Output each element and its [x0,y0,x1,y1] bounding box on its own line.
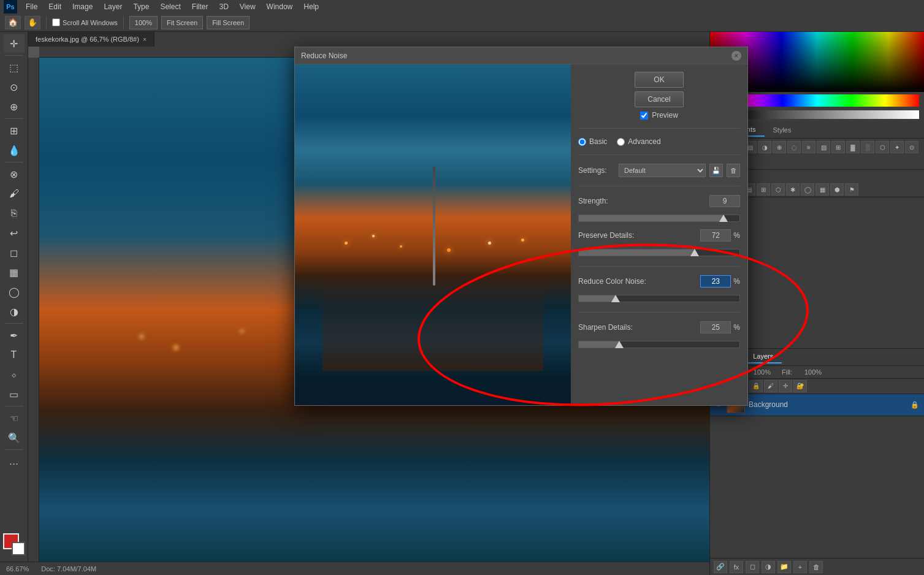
blur-tool[interactable]: ◯ [4,283,25,301]
extra-adj-9[interactable]: ⬢ [830,183,844,196]
basic-radio-label[interactable]: Basic [578,137,607,146]
vibrance-adj-btn[interactable]: ✦ [890,141,904,153]
healing-brush-tool[interactable]: ⊗ [4,165,25,183]
opacity-value: 100% [746,368,771,376]
extra-tool[interactable]: … [4,452,25,471]
home-icon-btn[interactable]: 🏠 [5,16,21,29]
menu-view[interactable]: View [235,1,261,12]
gradient-tool[interactable]: ▦ [4,263,25,281]
color-swatch-area[interactable] [3,533,25,555]
brush-tool[interactable]: 🖌 [4,185,25,203]
zoom-level-btn[interactable]: 100% [129,16,158,29]
preview-checkbox[interactable] [640,112,648,120]
ps-logo: Ps [4,0,17,13]
link-layers-btn[interactable]: 🔗 [714,561,727,573]
lock-all-btn[interactable]: 🔐 [793,380,807,392]
scroll-all-windows-input[interactable] [52,18,60,26]
settings-save-btn[interactable]: 💾 [709,164,723,177]
menu-help[interactable]: Help [299,1,324,12]
basic-radio[interactable] [578,138,586,146]
selective-color-adj-btn[interactable]: ⬡ [876,141,889,153]
photo-filter-adj-btn[interactable]: ◌ [787,141,801,153]
lock-move-btn[interactable]: ✛ [779,380,792,392]
new-adj-layer-btn[interactable]: ◑ [762,561,775,573]
new-group-btn[interactable]: 📁 [777,561,791,573]
sharpen-details-slider-track[interactable] [578,341,740,348]
menu-type[interactable]: Type [128,1,154,12]
hand-tool[interactable]: ☜ [4,409,25,427]
menu-window[interactable]: Window [262,1,298,12]
color-balance-adj-btn[interactable]: ⊕ [773,141,786,153]
lasso-tool[interactable]: ⊙ [4,78,25,96]
menu-file[interactable]: File [21,1,42,12]
gradient-map-adj-btn[interactable]: ▨ [817,141,830,153]
reduce-color-noise-slider-track[interactable] [578,295,740,302]
marquee-tool[interactable]: ⬚ [4,58,25,77]
strength-slider-thumb[interactable] [719,215,728,222]
history-brush-tool[interactable]: ↩ [4,224,25,242]
extra-adj-8[interactable]: ▦ [815,183,829,196]
settings-select[interactable]: Default [619,164,706,177]
advanced-radio[interactable] [617,138,625,146]
zoom-tool[interactable]: 🔍 [4,428,25,447]
styles-tab[interactable]: Styles [765,124,800,136]
dialog-cancel-btn[interactable]: Cancel [635,91,684,107]
dodge-tool[interactable]: ◑ [4,302,25,321]
dialog-title: Reduce Noise [301,51,731,60]
move-tool[interactable]: ✛ [4,34,25,53]
hand-tool-btn[interactable]: ✋ [25,16,40,29]
lock-image-btn[interactable]: 🖌 [764,380,777,392]
fit-screen-btn[interactable]: Fit Screen [161,16,203,29]
eraser-tool[interactable]: ◻ [4,243,25,262]
exposure-adj-btn[interactable]: ⊙ [905,141,918,153]
strength-input[interactable]: 9 [709,195,740,207]
hue-sat-adj-btn[interactable]: ◑ [758,141,771,153]
shape-tool[interactable]: ▭ [4,385,25,403]
background-color[interactable] [12,542,25,555]
extra-adj-10[interactable]: ⚑ [845,183,858,196]
reduce-color-noise-input[interactable]: 23 [700,275,731,288]
menu-filter[interactable]: Filter [187,1,213,12]
strength-slider-track[interactable] [578,215,740,222]
layers-tab[interactable]: Layers [744,350,782,364]
preserve-details-slider-thumb[interactable] [690,249,699,256]
lock-transparent-btn[interactable]: 🔒 [749,380,763,392]
extra-adj-5[interactable]: ⬡ [771,183,785,196]
menu-3d[interactable]: 3D [214,1,233,12]
invert-adj-btn[interactable]: ⊞ [831,141,845,153]
extra-adj-4[interactable]: ⊞ [757,183,770,196]
sharpen-details-slider-thumb[interactable] [615,341,624,348]
add-layer-style-btn[interactable]: fx [730,561,743,573]
crop-tool[interactable]: ⊞ [4,121,25,140]
path-select-tool[interactable]: ⬦ [4,365,25,384]
posterize-adj-btn[interactable]: ░ [861,141,874,153]
threshold-adj-btn[interactable]: ▓ [846,141,860,153]
eyedropper-tool[interactable]: 💧 [4,141,25,159]
add-mask-btn[interactable]: ◻ [746,561,759,573]
type-tool[interactable]: T [4,346,25,364]
extra-adj-7[interactable]: ◯ [801,183,814,196]
scroll-all-windows-checkbox[interactable]: Scroll All Windows [52,18,118,26]
menu-edit[interactable]: Edit [44,1,66,12]
menu-select[interactable]: Select [155,1,185,12]
settings-delete-btn[interactable]: 🗑 [727,164,740,177]
document-tab[interactable]: feskekorka.jpg @ 66,7% (RGB/8#) × [28,32,155,47]
dialog-close-btn[interactable]: ✕ [731,51,741,61]
new-layer-btn[interactable]: + [793,561,807,573]
menu-layer[interactable]: Layer [99,1,127,12]
reduce-color-noise-slider-thumb[interactable] [611,295,620,302]
pen-tool[interactable]: ✒ [4,326,25,345]
clone-stamp-tool[interactable]: ⎘ [4,204,25,223]
fill-screen-btn[interactable]: Fill Screen [207,16,250,29]
extra-adj-6[interactable]: ✱ [786,183,800,196]
sharpen-details-input[interactable]: 25 [700,321,731,333]
menu-image[interactable]: Image [67,1,97,12]
preserve-details-input[interactable]: 72 [700,229,731,242]
tab-close-btn[interactable]: × [143,36,147,43]
quick-select-tool[interactable]: ⊕ [4,97,25,116]
delete-layer-btn[interactable]: 🗑 [809,561,823,573]
advanced-radio-label[interactable]: Advanced [617,137,660,146]
dialog-ok-btn[interactable]: OK [635,72,684,88]
channel-mixer-adj-btn[interactable]: ≡ [802,141,815,153]
preserve-details-slider-track[interactable] [578,249,740,256]
